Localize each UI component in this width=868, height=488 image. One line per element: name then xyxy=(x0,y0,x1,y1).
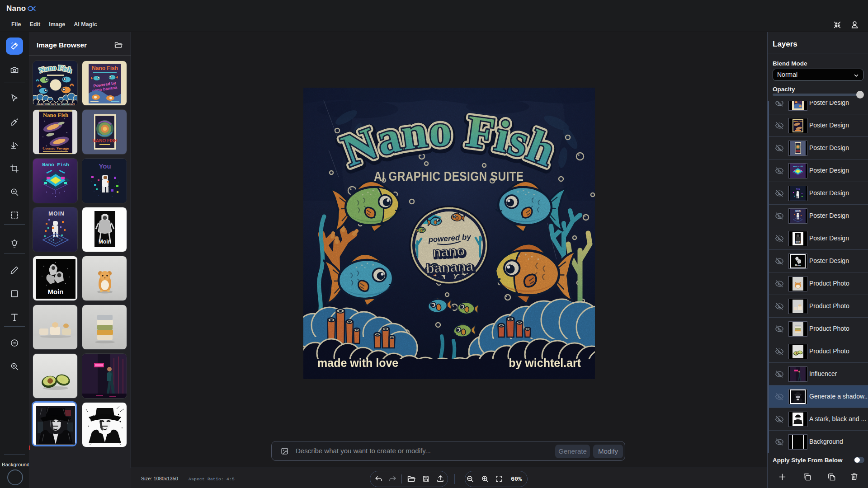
svg-text:Moin: Moin xyxy=(796,241,801,243)
svg-text:Nano Fish: Nano Fish xyxy=(42,162,69,168)
svg-text:made with love: made with love xyxy=(317,357,398,369)
svg-text:Cosmic Voyage: Cosmic Voyage xyxy=(42,146,69,150)
svg-text:Nano Fish: Nano Fish xyxy=(92,65,118,71)
svg-text:Moin: Moin xyxy=(795,264,801,267)
svg-text:You: You xyxy=(99,162,111,170)
svg-text:by wichtel.art: by wichtel.art xyxy=(57,103,75,105)
svg-text:made with love: made with love xyxy=(37,103,57,105)
svg-text:Moin: Moin xyxy=(99,239,111,245)
svg-text:MOIN: MOIN xyxy=(48,211,64,217)
svg-text:by wichtel.art: by wichtel.art xyxy=(509,357,581,369)
svg-text:You: You xyxy=(796,188,800,190)
svg-text:Nano Fish: Nano Fish xyxy=(793,120,802,122)
svg-text:Moin: Moin xyxy=(48,288,64,296)
svg-text:Nano Fish: Nano Fish xyxy=(793,165,803,167)
svg-text:Nano Fish: Nano Fish xyxy=(43,112,69,118)
svg-text:NANO FISH: NANO FISH xyxy=(93,138,118,143)
svg-text:MOIN: MOIN xyxy=(795,210,801,212)
